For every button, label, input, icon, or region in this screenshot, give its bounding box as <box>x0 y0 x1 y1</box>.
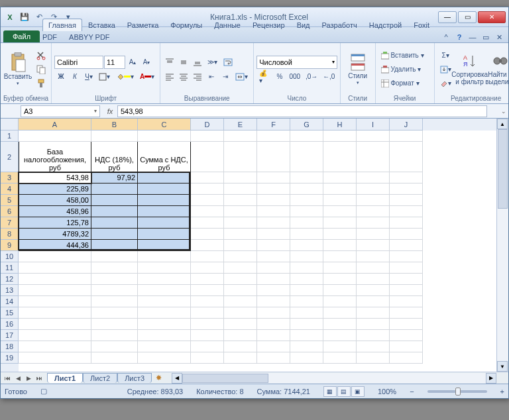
cell-I10[interactable] <box>357 251 390 262</box>
align-middle-button[interactable] <box>177 56 190 69</box>
ribbon-tab-6[interactable]: Вид <box>291 19 316 31</box>
cell-D6[interactable] <box>191 206 224 217</box>
scroll-left-button[interactable]: ◀ <box>172 373 182 384</box>
cell-H14[interactable] <box>323 296 357 307</box>
cell-J12[interactable] <box>390 274 423 285</box>
cell-B7[interactable] <box>91 217 138 229</box>
cell-B1[interactable] <box>91 131 138 142</box>
cell-E3[interactable] <box>224 172 257 184</box>
wrap-text-button[interactable] <box>221 56 235 69</box>
row-header-18[interactable]: 18 <box>1 341 19 352</box>
cell-B10[interactable] <box>91 251 138 262</box>
font-size-combo[interactable] <box>104 56 125 69</box>
accounting-format-button[interactable]: 💰▾ <box>256 70 272 83</box>
horizontal-scrollbar[interactable]: ◀ ▶ <box>172 373 508 384</box>
sheet-nav-next[interactable]: ▶ <box>23 373 34 384</box>
cell-A17[interactable] <box>19 330 91 341</box>
number-format-combo[interactable]: Числовой▾ <box>256 56 337 69</box>
cell-C6[interactable] <box>138 206 191 217</box>
font-color-button[interactable]: A▾ <box>137 70 157 83</box>
cell-H5[interactable] <box>323 195 357 206</box>
ribbon-tab-8[interactable]: Надстрой <box>363 19 408 31</box>
cell-F18[interactable] <box>257 341 290 352</box>
cell-B19[interactable] <box>91 352 138 364</box>
copy-button[interactable] <box>34 63 48 76</box>
delete-cells-button[interactable]: Удалить ▾ <box>378 63 431 76</box>
cell-A8[interactable]: 4789,32 <box>19 229 91 240</box>
cell-C19[interactable] <box>138 352 191 364</box>
cell-J9[interactable] <box>390 240 423 251</box>
cell-G17[interactable] <box>290 330 323 341</box>
cell-I15[interactable] <box>357 307 390 319</box>
cell-A14[interactable] <box>19 296 91 307</box>
cell-F6[interactable] <box>257 206 290 217</box>
row-header-14[interactable]: 14 <box>1 296 19 307</box>
row-header-12[interactable]: 12 <box>1 274 19 285</box>
cell-A10[interactable] <box>19 251 91 262</box>
cell-E2[interactable] <box>224 142 257 172</box>
cell-C1[interactable] <box>138 131 191 142</box>
maximize-button[interactable]: ▭ <box>458 11 477 23</box>
cell-J7[interactable] <box>390 217 423 229</box>
cell-E9[interactable] <box>224 240 257 251</box>
cell-I9[interactable] <box>357 240 390 251</box>
cell-J4[interactable] <box>390 184 423 195</box>
sheet-tab-0[interactable]: Лист1 <box>47 373 83 383</box>
cell-G12[interactable] <box>290 274 323 285</box>
cell-C11[interactable] <box>138 262 191 274</box>
align-bottom-button[interactable] <box>191 56 204 69</box>
hscroll-thumb[interactable] <box>182 374 268 383</box>
cell-B16[interactable] <box>91 319 138 330</box>
cell-J18[interactable] <box>390 341 423 352</box>
shrink-font-button[interactable]: A▾ <box>140 56 153 69</box>
cell-E18[interactable] <box>224 341 257 352</box>
find-select-button[interactable]: Найти и выделить <box>486 44 509 94</box>
orientation-button[interactable]: ≫▾ <box>205 56 220 69</box>
select-all-corner[interactable] <box>1 119 19 131</box>
decrease-indent-button[interactable]: ⇤ <box>205 70 218 83</box>
cell-B5[interactable] <box>91 195 138 206</box>
zoom-out-button[interactable]: − <box>410 388 414 395</box>
percent-format-button[interactable]: % <box>273 70 286 83</box>
ribbon-tab-1[interactable]: Вставка <box>82 19 121 31</box>
column-header-G[interactable]: G <box>290 119 323 131</box>
cell-B12[interactable] <box>91 274 138 285</box>
cell-F1[interactable] <box>257 131 290 142</box>
worksheet-grid[interactable]: ABCDEFGHIJ 12345678910111213141516171819… <box>1 119 508 384</box>
row-header-17[interactable]: 17 <box>1 330 19 341</box>
cell-B2[interactable]: НДС (18%), руб <box>91 142 138 172</box>
cell-I2[interactable] <box>357 142 390 172</box>
cell-D7[interactable] <box>191 217 224 229</box>
help-icon[interactable]: ? <box>454 32 465 42</box>
autosum-button[interactable]: Σ▾ <box>437 49 454 62</box>
cell-E5[interactable] <box>224 195 257 206</box>
sort-filter-button[interactable]: АЯ Сортировка и фильтр <box>455 44 484 94</box>
cell-I4[interactable] <box>357 184 390 195</box>
macro-record-icon[interactable]: ▢ <box>40 387 47 395</box>
cell-H6[interactable] <box>323 206 357 217</box>
sheet-tab-1[interactable]: Лист2 <box>83 373 117 383</box>
cell-E7[interactable] <box>224 217 257 229</box>
name-box[interactable]: A3▾ <box>21 105 100 117</box>
cell-J3[interactable] <box>390 172 423 184</box>
cell-F7[interactable] <box>257 217 290 229</box>
excel-icon[interactable]: X <box>3 11 17 24</box>
font-name-combo[interactable] <box>54 56 103 69</box>
cell-A2[interactable]: База налогообложения, руб <box>19 142 91 172</box>
cell-J8[interactable] <box>390 229 423 240</box>
cell-I11[interactable] <box>357 262 390 274</box>
formula-expand-icon[interactable]: ⌄ <box>499 108 508 115</box>
grow-font-button[interactable]: A▴ <box>126 56 139 69</box>
paste-button[interactable]: Вставить ▾ <box>3 44 32 94</box>
row-header-3[interactable]: 3 <box>1 172 19 184</box>
minimize-button[interactable]: — <box>438 11 457 23</box>
cell-D1[interactable] <box>191 131 224 142</box>
cell-B13[interactable] <box>91 285 138 296</box>
cell-A19[interactable] <box>19 352 91 364</box>
cell-D9[interactable] <box>191 240 224 251</box>
cell-G16[interactable] <box>290 319 323 330</box>
cell-B11[interactable] <box>91 262 138 274</box>
column-header-C[interactable]: C <box>138 119 191 131</box>
cell-D2[interactable] <box>191 142 224 172</box>
formula-input[interactable] <box>117 105 487 117</box>
